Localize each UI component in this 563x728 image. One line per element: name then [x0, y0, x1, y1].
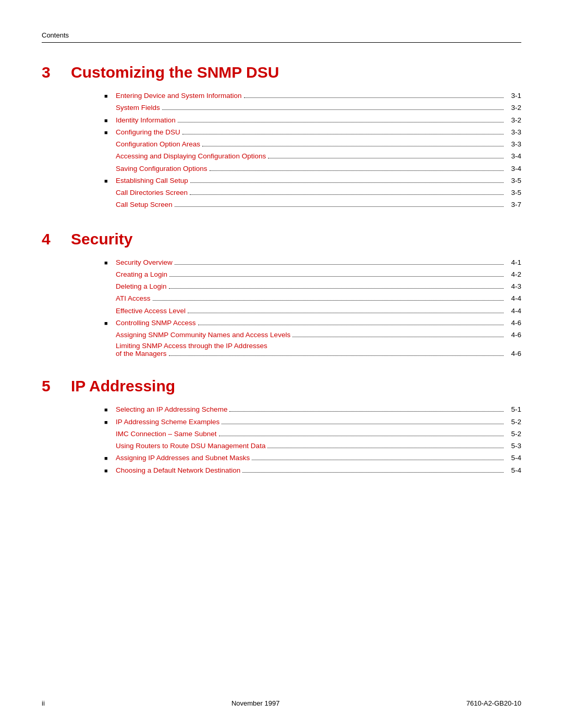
toc-page: 4-4	[506, 306, 521, 316]
toc-link[interactable]: System Fields	[116, 103, 160, 113]
toc-dots	[267, 448, 504, 448]
toc-page: 3-2	[506, 115, 521, 126]
footer-right: 7610-A2-GB20-10	[466, 699, 521, 707]
toc-link[interactable]: Effective Access Level	[116, 306, 186, 316]
chapter-section: 4Security■Security Overview4-1Creating a…	[42, 230, 521, 358]
toc-dots	[292, 337, 504, 337]
toc-container: 3Customizing the SNMP DSU■Entering Devic…	[42, 64, 521, 476]
toc-link[interactable]: IP Addressing Scheme Examples	[116, 417, 219, 427]
toc-page: 5-4	[506, 453, 521, 463]
toc-dots	[169, 276, 504, 277]
toc-entry: ■Assigning IP Addresses and Subnet Masks…	[104, 453, 521, 463]
toc-entries: ■Entering Device and System Information3…	[104, 91, 521, 211]
toc-bullet-icon: ■	[104, 418, 114, 427]
toc-bullet-icon: ■	[104, 405, 114, 414]
toc-link[interactable]: Accessing and Displaying Configuration O…	[116, 151, 266, 162]
toc-bullet-icon: ■	[104, 319, 114, 328]
toc-page: 3-3	[506, 139, 521, 150]
toc-page: 3-4	[506, 151, 521, 162]
toc-link[interactable]: Security Overview	[116, 257, 173, 268]
toc-page: 4-1	[506, 257, 521, 268]
chapter-heading: 3Customizing the SNMP DSU	[42, 64, 521, 81]
header: Contents	[42, 31, 521, 43]
toc-entry: Assigning SNMP Community Names and Acces…	[116, 330, 521, 340]
chapter-section: 5IP Addressing■Selecting an IP Addressin…	[42, 377, 521, 476]
toc-entry: Limiting SNMP Access through the IP Addr…	[116, 342, 521, 357]
toc-bullet-icon: ■	[104, 116, 114, 125]
toc-link[interactable]: Controlling SNMP Access	[116, 318, 196, 328]
toc-dots	[175, 264, 504, 265]
chapter-heading: 5IP Addressing	[42, 377, 521, 395]
toc-entry: ■Controlling SNMP Access4-6	[104, 318, 521, 328]
toc-dots	[219, 436, 504, 436]
toc-dots	[182, 134, 504, 134]
toc-entry: ATI Access4-4	[116, 293, 521, 304]
toc-dots	[178, 122, 504, 122]
toc-link[interactable]: Assigning IP Addresses and Subnet Masks	[116, 453, 250, 463]
toc-page: 3-4	[506, 164, 521, 174]
toc-bullet-icon: ■	[104, 454, 114, 463]
toc-page: 4-6	[506, 330, 521, 340]
toc-page: 4-6	[506, 318, 521, 328]
toc-bullet-icon: ■	[104, 258, 114, 267]
toc-link[interactable]: Assigning SNMP Community Names and Acces…	[116, 330, 290, 340]
chapter-number: 4	[42, 230, 60, 248]
toc-link[interactable]: Limiting SNMP Access through the IP Addr…	[116, 342, 267, 350]
toc-page: 3-2	[506, 103, 521, 113]
toc-dots	[153, 300, 504, 301]
toc-link[interactable]: Deleting a Login	[116, 281, 167, 292]
toc-entry: ■Security Overview4-1	[104, 257, 521, 268]
toc-link[interactable]: Identity Information	[116, 115, 176, 126]
toc-link[interactable]: Using Routers to Route DSU Management Da…	[116, 441, 265, 451]
toc-dots	[268, 158, 504, 158]
toc-link[interactable]: Entering Device and System Information	[116, 91, 242, 101]
toc-entry: ■Identity Information3-2	[104, 115, 521, 126]
toc-link[interactable]: ATI Access	[116, 293, 151, 304]
footer-center: November 1997	[231, 699, 280, 707]
toc-dots	[162, 109, 504, 110]
chapter-title: Security	[71, 230, 132, 248]
toc-entries: ■Security Overview4-1Creating a Login4-2…	[104, 257, 521, 358]
toc-dots	[210, 170, 504, 171]
toc-entry: IMC Connection – Same Subnet5-2	[116, 429, 521, 439]
toc-entry: Call Setup Screen3-7	[116, 200, 521, 210]
toc-link[interactable]: Creating a Login	[116, 269, 167, 280]
toc-bullet-icon: ■	[104, 128, 114, 137]
toc-link[interactable]: Establishing Call Setup	[116, 176, 188, 186]
header-label: Contents	[42, 31, 69, 39]
toc-page: 5-2	[506, 417, 521, 427]
toc-entry: Saving Configuration Options3-4	[116, 164, 521, 174]
toc-entry: ■Entering Device and System Information3…	[104, 91, 521, 101]
toc-dots	[169, 288, 504, 289]
toc-dots	[202, 146, 504, 146]
toc-entry: Using Routers to Route DSU Management Da…	[116, 441, 521, 451]
toc-link[interactable]: Selecting an IP Addressing Scheme	[116, 404, 227, 415]
toc-entry: ■Choosing a Default Network Destination5…	[104, 465, 521, 476]
toc-entry: ■Establishing Call Setup3-5	[104, 176, 521, 186]
toc-link[interactable]: Configuration Option Areas	[116, 139, 200, 150]
toc-entry: System Fields3-2	[116, 103, 521, 113]
toc-dots	[188, 313, 504, 313]
toc-link[interactable]: Call Setup Screen	[116, 200, 173, 210]
toc-dots	[244, 97, 504, 98]
toc-dots	[222, 424, 504, 424]
toc-page: 5-3	[506, 441, 521, 451]
chapter-section: 3Customizing the SNMP DSU■Entering Devic…	[42, 64, 521, 211]
toc-link[interactable]: IMC Connection – Same Subnet	[116, 429, 217, 439]
toc-link[interactable]: Call Directories Screen	[116, 188, 188, 198]
toc-entry: ■Configuring the DSU3-3	[104, 127, 521, 138]
toc-dots	[242, 472, 504, 473]
toc-bullet-icon: ■	[104, 92, 114, 101]
toc-link[interactable]: Choosing a Default Network Destination	[116, 465, 240, 476]
chapter-number: 5	[42, 377, 60, 395]
toc-entry: Deleting a Login4-3	[116, 281, 521, 292]
toc-page: 5-4	[506, 465, 521, 476]
chapter-title: IP Addressing	[71, 377, 175, 395]
toc-dots	[175, 206, 504, 207]
toc-page: 4-4	[506, 293, 521, 304]
toc-page: 3-5	[506, 188, 521, 198]
toc-link[interactable]: Saving Configuration Options	[116, 164, 207, 174]
toc-link[interactable]: Configuring the DSU	[116, 127, 180, 138]
toc-page: 5-2	[506, 429, 521, 439]
toc-page: 3-1	[506, 91, 521, 101]
